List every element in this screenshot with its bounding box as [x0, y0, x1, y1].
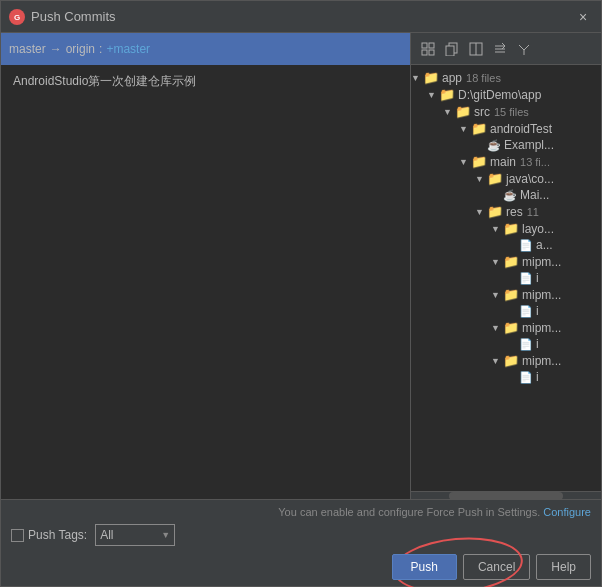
info-text: You can enable and configure Force Push …: [11, 506, 591, 524]
branch-from: master: [9, 42, 46, 56]
svg-rect-5: [429, 50, 434, 55]
push-tags-dropdown[interactable]: All ▼: [95, 524, 175, 546]
svg-rect-4: [422, 50, 427, 55]
title-bar: G Push Commits ×: [1, 1, 601, 33]
tree-node-mipmap3-file[interactable]: 📄 i: [411, 336, 601, 352]
tree-node-mipmap1-file[interactable]: 📄 i: [411, 270, 601, 286]
tree-node-mipmap2[interactable]: ▼ 📁 mipm...: [411, 286, 601, 303]
branch-bar: master → origin : +master: [1, 33, 410, 65]
file-tree: ▼ 📁 app 18 files ▼ 📁 D:\gitDemo\app ▼ 📁: [411, 65, 601, 491]
branch-separator: :: [99, 42, 102, 56]
right-toolbar: [411, 33, 601, 65]
horizontal-scrollbar[interactable]: [411, 491, 601, 499]
tree-node-mipmap3[interactable]: ▼ 📁 mipm...: [411, 319, 601, 336]
expand-all-button[interactable]: [417, 38, 439, 60]
tree-node-main-java[interactable]: ☕ Mai...: [411, 187, 601, 203]
git-icon: G: [9, 9, 25, 25]
tree-node-mipmap4[interactable]: ▼ 📁 mipm...: [411, 352, 601, 369]
configure-link[interactable]: Configure: [543, 506, 591, 518]
dialog-title: Push Commits: [31, 9, 116, 24]
diff-button[interactable]: [465, 38, 487, 60]
tree-node-res[interactable]: ▼ 📁 res 11: [411, 203, 601, 220]
tree-node-mipmap4-file[interactable]: 📄 i: [411, 369, 601, 385]
tree-node-layout-file[interactable]: 📄 a...: [411, 237, 601, 253]
cancel-button[interactable]: Cancel: [463, 554, 530, 580]
right-panel: ▼ 📁 app 18 files ▼ 📁 D:\gitDemo\app ▼ 📁: [411, 33, 601, 499]
tree-node-mipmap1[interactable]: ▼ 📁 mipm...: [411, 253, 601, 270]
sort-button[interactable]: [489, 38, 511, 60]
tree-node-layout[interactable]: ▼ 📁 layo...: [411, 220, 601, 237]
push-button[interactable]: Push: [392, 554, 457, 580]
left-panel: master → origin : +master AndroidStudio第…: [1, 33, 411, 499]
copy-button[interactable]: [441, 38, 463, 60]
svg-text:G: G: [14, 13, 20, 22]
push-tags-row: Push Tags: All ▼: [11, 524, 591, 554]
help-button[interactable]: Help: [536, 554, 591, 580]
svg-rect-3: [429, 43, 434, 48]
filter-button[interactable]: [513, 38, 535, 60]
tree-node-mipmap2-file[interactable]: 📄 i: [411, 303, 601, 319]
tree-node-java[interactable]: ▼ 📁 java\co...: [411, 170, 601, 187]
push-commits-dialog: G Push Commits × master → origin : +mast…: [0, 0, 602, 587]
title-bar-left: G Push Commits: [9, 9, 116, 25]
close-button[interactable]: ×: [573, 7, 593, 27]
tree-node-androidtest[interactable]: ▼ 📁 androidTest: [411, 120, 601, 137]
commit-list: AndroidStudio第一次创建仓库示例: [1, 65, 410, 499]
tree-node-src[interactable]: ▼ 📁 src 15 files: [411, 103, 601, 120]
branch-to: origin: [66, 42, 95, 56]
branch-arrow: →: [50, 42, 62, 56]
svg-rect-7: [446, 46, 454, 56]
branch-link[interactable]: +master: [106, 42, 150, 56]
content-area: master → origin : +master AndroidStudio第…: [1, 33, 601, 499]
commit-item[interactable]: AndroidStudio第一次创建仓库示例: [1, 69, 410, 94]
buttons-row: Push Cancel Help: [11, 554, 591, 580]
bottom-bar: You can enable and configure Force Push …: [1, 499, 601, 586]
push-tags-label: Push Tags:: [11, 528, 87, 542]
svg-rect-2: [422, 43, 427, 48]
dropdown-arrow-icon: ▼: [161, 530, 170, 540]
tree-node-example[interactable]: ☕ Exampl...: [411, 137, 601, 153]
tree-node-app[interactable]: ▼ 📁 app 18 files: [411, 69, 601, 86]
push-tags-checkbox[interactable]: [11, 529, 24, 542]
tree-node-path[interactable]: ▼ 📁 D:\gitDemo\app: [411, 86, 601, 103]
tree-node-main[interactable]: ▼ 📁 main 13 fi...: [411, 153, 601, 170]
